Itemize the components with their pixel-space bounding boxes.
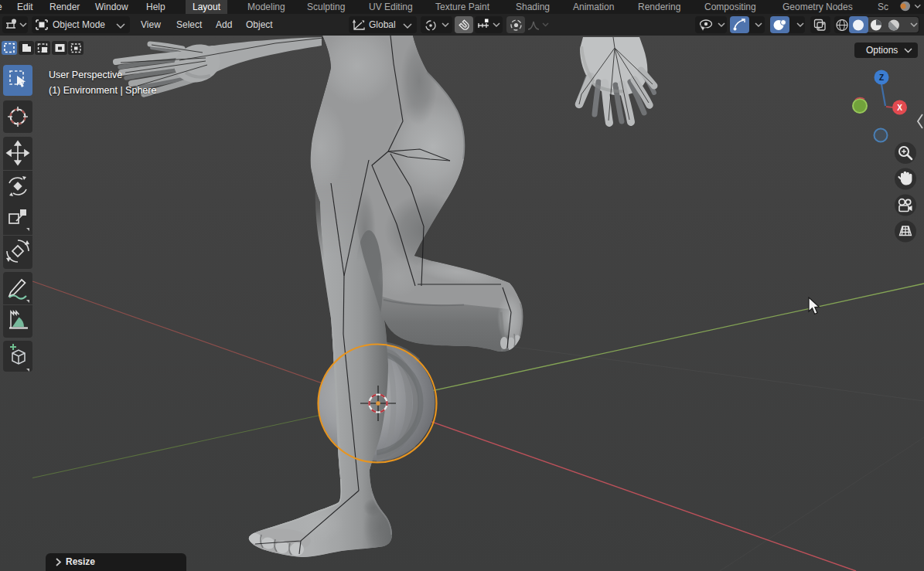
svg-text:X: X — [897, 104, 902, 112]
svg-text:Z: Z — [879, 73, 884, 82]
